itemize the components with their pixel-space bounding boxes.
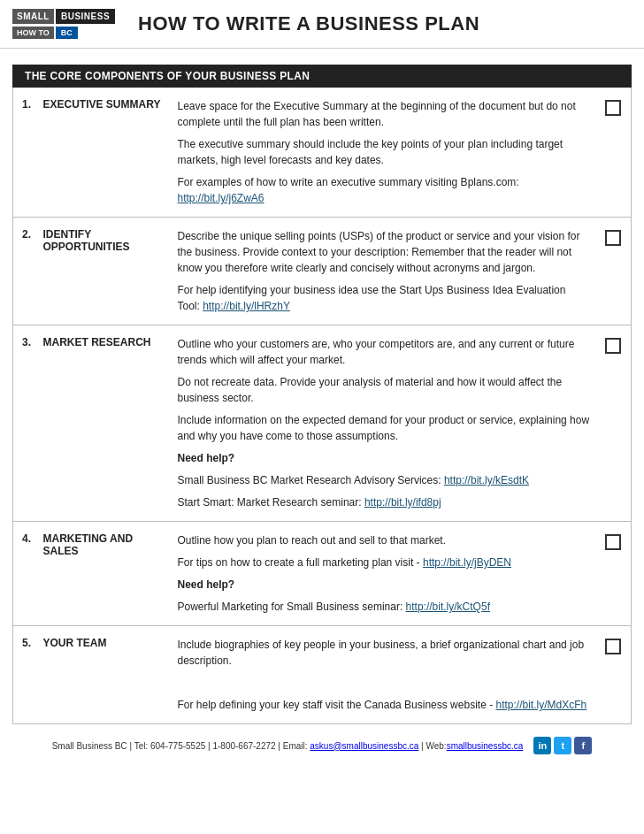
logo-bc: BC: [56, 27, 78, 39]
content-link[interactable]: http://bit.ly/ifd8pj: [364, 496, 441, 509]
row-title: MARKETING AND SALES: [40, 522, 172, 626]
content-para: Outline how you plan to reach out and se…: [178, 532, 591, 548]
row-title: YOUR TEAM: [40, 626, 172, 724]
content-para: For help defining your key staff visit t…: [178, 697, 591, 713]
page-footer: Small Business BC | Tel: 604-775-5525 | …: [0, 724, 644, 763]
content-link[interactable]: http://bit.ly/kEsdtK: [444, 474, 529, 486]
content-para: Include biographies of key people in you…: [178, 637, 591, 669]
row-number: 3.: [13, 325, 40, 522]
content-link[interactable]: http://bit.ly/lHRzhY: [203, 300, 290, 312]
facebook-icon[interactable]: f: [574, 737, 592, 754]
footer-web-pre: | Web:: [418, 741, 446, 751]
content-para: Describe the unique selling points (USPs…: [178, 228, 591, 276]
page-title: HOW TO WRITE A BUSINESS PLAN: [138, 12, 479, 35]
row-content: Include biographies of key people in you…: [172, 626, 600, 724]
checkbox-cell: [600, 88, 632, 218]
row-title: MARKET RESEARCH: [40, 325, 172, 522]
row-content: Describe the unique selling points (USPs…: [172, 218, 600, 325]
content-para: For help identifying your business idea …: [178, 282, 591, 314]
footer-website[interactable]: smallbusinessbc.ca: [447, 741, 524, 751]
content-para-bold: Need help?: [178, 450, 591, 466]
checkbox[interactable]: [605, 338, 621, 354]
table-row: 3. MARKET RESEARCH Outline who your cust…: [13, 325, 632, 522]
content-para: Start Smart: Market Research seminar: ht…: [178, 494, 591, 510]
components-table: 1. EXECUTIVE SUMMARY Leave space for the…: [12, 88, 632, 724]
footer-contact: Small Business BC | Tel: 604-775-5525 | …: [52, 741, 310, 751]
content-para: The executive summary should include the…: [178, 136, 591, 168]
logo-block: SMALL BUSINESS HOW TO BC: [12, 9, 115, 39]
checkbox[interactable]: [605, 639, 621, 654]
checkbox[interactable]: [605, 230, 621, 246]
checkbox-cell: [600, 218, 632, 325]
row-title: EXECUTIVE SUMMARY: [40, 88, 172, 218]
content-para: Include information on the expected dema…: [178, 412, 591, 444]
content-link[interactable]: http://bit.ly/jByDEN: [423, 556, 511, 569]
table-row: 1. EXECUTIVE SUMMARY Leave space for the…: [13, 88, 632, 218]
checkbox[interactable]: [605, 534, 621, 550]
logo-top: SMALL BUSINESS: [12, 9, 115, 24]
logo-howto: HOW TO: [12, 27, 54, 39]
checkbox-cell: [600, 325, 632, 522]
content-para: Small Business BC Market Research Adviso…: [178, 472, 591, 488]
twitter-icon[interactable]: t: [554, 737, 571, 754]
table-row: 4. MARKETING AND SALES Outline how you p…: [13, 522, 632, 626]
row-number: 5.: [13, 626, 40, 724]
content-para: Outline who your customers are, who your…: [178, 336, 591, 368]
social-icons: in t f: [533, 737, 592, 754]
logo-bottom: HOW TO BC: [12, 27, 115, 39]
checkbox-cell: [600, 626, 632, 724]
content-para: Do not recreate data. Provide your analy…: [178, 374, 591, 406]
row-content: Outline how you plan to reach out and se…: [172, 522, 600, 626]
content-para: [178, 675, 591, 691]
content-para: For examples of how to write an executiv…: [178, 174, 591, 206]
logo-business: BUSINESS: [56, 9, 115, 24]
content-para: Powerful Marketing for Small Business se…: [178, 599, 591, 615]
checkbox[interactable]: [605, 100, 621, 116]
row-number: 4.: [13, 522, 40, 626]
content-para-bold: Need help?: [178, 577, 591, 593]
row-number: 2.: [13, 218, 40, 325]
content-link[interactable]: http://bit.ly/j6ZwA6: [178, 192, 264, 204]
footer-text: Small Business BC | Tel: 604-775-5525 | …: [52, 741, 524, 751]
footer-email[interactable]: askus@smallbusinessbc.ca: [310, 741, 418, 751]
section-title-bar: THE CORE COMPONENTS OF YOUR BUSINESS PLA…: [12, 65, 632, 88]
logo-small: SMALL: [12, 9, 54, 24]
row-number: 1.: [13, 88, 40, 218]
page-header: SMALL BUSINESS HOW TO BC HOW TO WRITE A …: [0, 0, 644, 49]
linkedin-icon[interactable]: in: [533, 737, 551, 754]
content-link[interactable]: http://bit.ly/MdXcFh: [495, 699, 586, 711]
table-row: 2. IDENTIFYOPPORTUNITIES Describe the un…: [13, 218, 632, 325]
row-content: Outline who your customers are, who your…: [172, 325, 600, 522]
row-content: Leave space for the Executive Summary at…: [172, 88, 600, 218]
checkbox-cell: [600, 522, 632, 626]
content-para: Leave space for the Executive Summary at…: [178, 98, 591, 130]
row-title: IDENTIFYOPPORTUNITIES: [40, 218, 172, 325]
content-para: For tips on how to create a full marketi…: [178, 555, 591, 570]
table-row: 5. YOUR TEAM Include biographies of key …: [13, 626, 632, 724]
content-link[interactable]: http://bit.ly/kCtQ5f: [406, 601, 490, 613]
